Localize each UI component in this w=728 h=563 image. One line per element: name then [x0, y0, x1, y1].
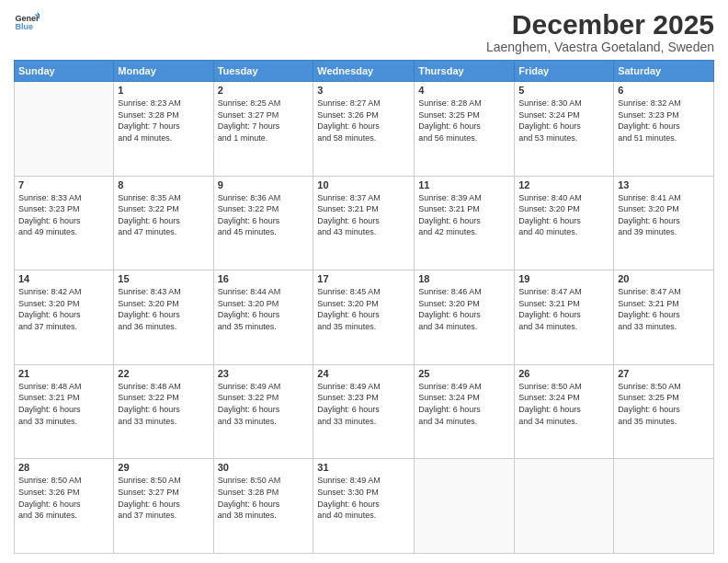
- logo-icon: General Blue: [14, 9, 40, 35]
- day-number: 29: [118, 462, 209, 473]
- calendar-week-5: 28Sunrise: 8:50 AM Sunset: 3:26 PM Dayli…: [15, 459, 714, 554]
- weekday-header-monday: Monday: [114, 61, 213, 82]
- day-number: 19: [518, 273, 609, 284]
- calendar-body: 1Sunrise: 8:23 AM Sunset: 3:28 PM Daylig…: [15, 82, 714, 554]
- calendar-cell: 23Sunrise: 8:49 AM Sunset: 3:22 PM Dayli…: [213, 364, 313, 459]
- day-info: Sunrise: 8:50 AM Sunset: 3:27 PM Dayligh…: [118, 475, 209, 521]
- calendar-week-1: 1Sunrise: 8:23 AM Sunset: 3:28 PM Daylig…: [15, 82, 714, 177]
- calendar-cell: 28Sunrise: 8:50 AM Sunset: 3:26 PM Dayli…: [15, 459, 114, 554]
- day-number: 25: [418, 368, 510, 379]
- day-info: Sunrise: 8:42 AM Sunset: 3:20 PM Dayligh…: [18, 286, 109, 332]
- weekday-header-friday: Friday: [515, 61, 614, 82]
- title-block: December 2025 Laenghem, Vaestra Goetalan…: [486, 9, 714, 54]
- day-number: 5: [518, 85, 609, 96]
- day-info: Sunrise: 8:47 AM Sunset: 3:21 PM Dayligh…: [618, 286, 710, 332]
- calendar-cell: 24Sunrise: 8:49 AM Sunset: 3:23 PM Dayli…: [313, 364, 415, 459]
- calendar-cell: [15, 82, 114, 177]
- day-number: 8: [118, 179, 209, 190]
- calendar-cell: 31Sunrise: 8:49 AM Sunset: 3:30 PM Dayli…: [313, 459, 415, 554]
- calendar-cell: 19Sunrise: 8:47 AM Sunset: 3:21 PM Dayli…: [515, 270, 614, 365]
- day-info: Sunrise: 8:32 AM Sunset: 3:23 PM Dayligh…: [618, 98, 710, 144]
- calendar-cell: [614, 459, 714, 554]
- weekday-header-row: SundayMondayTuesdayWednesdayThursdayFrid…: [15, 61, 714, 82]
- day-number: 26: [518, 368, 609, 379]
- calendar-week-4: 21Sunrise: 8:48 AM Sunset: 3:21 PM Dayli…: [15, 364, 714, 459]
- day-info: Sunrise: 8:39 AM Sunset: 3:21 PM Dayligh…: [418, 192, 510, 238]
- day-number: 18: [418, 273, 510, 284]
- day-number: 17: [317, 273, 410, 284]
- day-number: 16: [218, 273, 310, 284]
- day-number: 6: [618, 85, 710, 96]
- calendar-cell: [415, 459, 515, 554]
- day-number: 28: [18, 462, 109, 473]
- day-number: 4: [418, 85, 510, 96]
- day-info: Sunrise: 8:47 AM Sunset: 3:21 PM Dayligh…: [518, 286, 609, 332]
- day-info: Sunrise: 8:46 AM Sunset: 3:20 PM Dayligh…: [418, 286, 510, 332]
- calendar-cell: 3Sunrise: 8:27 AM Sunset: 3:26 PM Daylig…: [313, 82, 415, 177]
- day-number: 3: [317, 85, 410, 96]
- day-info: Sunrise: 8:40 AM Sunset: 3:20 PM Dayligh…: [518, 192, 609, 238]
- location-title: Laenghem, Vaestra Goetaland, Sweden: [486, 40, 714, 54]
- day-info: Sunrise: 8:33 AM Sunset: 3:23 PM Dayligh…: [18, 192, 109, 238]
- day-info: Sunrise: 8:35 AM Sunset: 3:22 PM Dayligh…: [118, 192, 209, 238]
- day-info: Sunrise: 8:48 AM Sunset: 3:21 PM Dayligh…: [18, 381, 109, 427]
- calendar-cell: 6Sunrise: 8:32 AM Sunset: 3:23 PM Daylig…: [614, 82, 714, 177]
- day-number: 20: [618, 273, 710, 284]
- day-number: 2: [218, 85, 310, 96]
- day-info: Sunrise: 8:23 AM Sunset: 3:28 PM Dayligh…: [118, 98, 209, 144]
- day-info: Sunrise: 8:50 AM Sunset: 3:25 PM Dayligh…: [618, 381, 710, 427]
- calendar-cell: 8Sunrise: 8:35 AM Sunset: 3:22 PM Daylig…: [114, 176, 213, 270]
- day-info: Sunrise: 8:49 AM Sunset: 3:22 PM Dayligh…: [218, 381, 310, 427]
- weekday-header-thursday: Thursday: [415, 61, 515, 82]
- logo: General Blue: [14, 9, 40, 35]
- calendar-cell: 13Sunrise: 8:41 AM Sunset: 3:20 PM Dayli…: [614, 176, 714, 270]
- calendar-cell: 20Sunrise: 8:47 AM Sunset: 3:21 PM Dayli…: [614, 270, 714, 365]
- day-info: Sunrise: 8:50 AM Sunset: 3:26 PM Dayligh…: [18, 475, 109, 521]
- calendar-cell: 10Sunrise: 8:37 AM Sunset: 3:21 PM Dayli…: [313, 176, 415, 270]
- calendar-cell: 12Sunrise: 8:40 AM Sunset: 3:20 PM Dayli…: [515, 176, 614, 270]
- calendar-cell: 30Sunrise: 8:50 AM Sunset: 3:28 PM Dayli…: [213, 459, 313, 554]
- day-number: 31: [317, 462, 410, 473]
- day-number: 1: [118, 85, 209, 96]
- day-info: Sunrise: 8:28 AM Sunset: 3:25 PM Dayligh…: [418, 98, 510, 144]
- day-info: Sunrise: 8:27 AM Sunset: 3:26 PM Dayligh…: [317, 98, 410, 144]
- day-info: Sunrise: 8:48 AM Sunset: 3:22 PM Dayligh…: [118, 381, 209, 427]
- weekday-header-sunday: Sunday: [15, 61, 114, 82]
- day-info: Sunrise: 8:45 AM Sunset: 3:20 PM Dayligh…: [317, 286, 410, 332]
- header: General Blue December 2025 Laenghem, Vae…: [14, 9, 714, 54]
- calendar-header: SundayMondayTuesdayWednesdayThursdayFrid…: [15, 61, 714, 82]
- day-number: 30: [218, 462, 310, 473]
- calendar-cell: 27Sunrise: 8:50 AM Sunset: 3:25 PM Dayli…: [614, 364, 714, 459]
- month-title: December 2025: [486, 9, 714, 40]
- day-info: Sunrise: 8:49 AM Sunset: 3:24 PM Dayligh…: [418, 381, 510, 427]
- day-number: 13: [618, 179, 710, 190]
- calendar-table: SundayMondayTuesdayWednesdayThursdayFrid…: [14, 60, 714, 554]
- day-info: Sunrise: 8:37 AM Sunset: 3:21 PM Dayligh…: [317, 192, 410, 238]
- calendar-cell: 1Sunrise: 8:23 AM Sunset: 3:28 PM Daylig…: [114, 82, 213, 177]
- calendar-cell: 18Sunrise: 8:46 AM Sunset: 3:20 PM Dayli…: [415, 270, 515, 365]
- calendar-cell: [515, 459, 614, 554]
- calendar-cell: 4Sunrise: 8:28 AM Sunset: 3:25 PM Daylig…: [415, 82, 515, 177]
- day-info: Sunrise: 8:30 AM Sunset: 3:24 PM Dayligh…: [518, 98, 609, 144]
- day-number: 24: [317, 368, 410, 379]
- svg-text:Blue: Blue: [15, 22, 33, 31]
- calendar-week-2: 7Sunrise: 8:33 AM Sunset: 3:23 PM Daylig…: [15, 176, 714, 270]
- day-info: Sunrise: 8:49 AM Sunset: 3:30 PM Dayligh…: [317, 475, 410, 521]
- calendar-cell: 21Sunrise: 8:48 AM Sunset: 3:21 PM Dayli…: [15, 364, 114, 459]
- day-info: Sunrise: 8:41 AM Sunset: 3:20 PM Dayligh…: [618, 192, 710, 238]
- day-number: 10: [317, 179, 410, 190]
- calendar-week-3: 14Sunrise: 8:42 AM Sunset: 3:20 PM Dayli…: [15, 270, 714, 365]
- day-number: 11: [418, 179, 510, 190]
- day-number: 27: [618, 368, 710, 379]
- day-info: Sunrise: 8:44 AM Sunset: 3:20 PM Dayligh…: [218, 286, 310, 332]
- day-info: Sunrise: 8:50 AM Sunset: 3:24 PM Dayligh…: [518, 381, 609, 427]
- day-number: 12: [518, 179, 609, 190]
- calendar-page: General Blue December 2025 Laenghem, Vae…: [0, 0, 728, 563]
- day-number: 21: [18, 368, 109, 379]
- day-info: Sunrise: 8:43 AM Sunset: 3:20 PM Dayligh…: [118, 286, 209, 332]
- day-info: Sunrise: 8:25 AM Sunset: 3:27 PM Dayligh…: [218, 98, 310, 144]
- weekday-header-tuesday: Tuesday: [213, 61, 313, 82]
- day-number: 7: [18, 179, 109, 190]
- calendar-cell: 16Sunrise: 8:44 AM Sunset: 3:20 PM Dayli…: [213, 270, 313, 365]
- calendar-cell: 29Sunrise: 8:50 AM Sunset: 3:27 PM Dayli…: [114, 459, 213, 554]
